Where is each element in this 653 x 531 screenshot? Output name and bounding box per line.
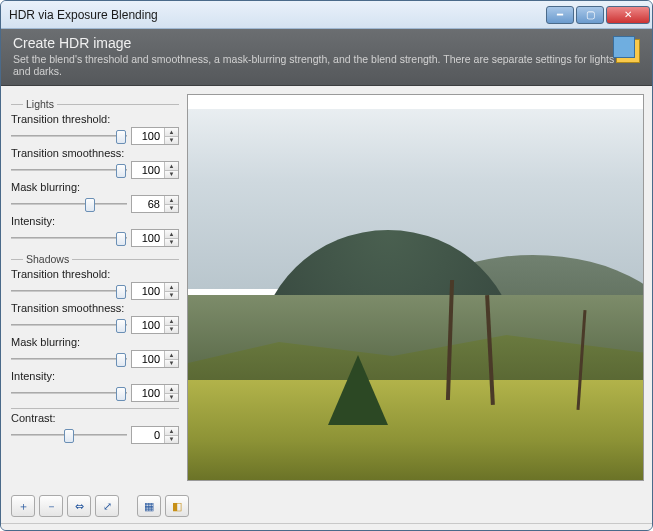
contrast: Contrast: ▲▼ [11,412,179,444]
header: Create HDR image Set the blend's thresho… [1,29,652,86]
group-shadows: Shadows [11,253,179,265]
spin-down-icon[interactable]: ▼ [165,205,178,213]
zoom-out-button[interactable]: － [39,495,63,517]
shadows-transition-threshold-input[interactable]: ▲▼ [131,282,179,300]
spin-down-icon[interactable]: ▼ [165,436,178,444]
one-to-one-icon: ⇔ [75,500,84,513]
lights-mask-blurring-slider[interactable] [11,195,127,213]
minimize-button[interactable]: ━ [546,6,574,24]
group-lights-label: Lights [26,98,54,110]
minus-icon: － [46,499,57,514]
contrast-input[interactable]: ▲▼ [131,426,179,444]
spin-down-icon[interactable]: ▼ [165,326,178,334]
slider-thumb[interactable] [116,232,126,246]
lights-intensity: Intensity: ▲▼ [11,215,179,247]
shadows-transition-threshold-slider[interactable] [11,282,127,300]
slider-thumb[interactable] [116,130,126,144]
lights-mask-blurring-input[interactable]: ▲▼ [131,195,179,213]
group-shadows-label: Shadows [26,253,69,265]
spin-down-icon[interactable]: ▼ [165,292,178,300]
spin-down-icon[interactable]: ▼ [165,239,178,247]
spin-up-icon[interactable]: ▲ [165,317,178,326]
slider-thumb[interactable] [116,319,126,333]
preview-wrap [187,86,652,489]
shadows-transition-threshold: Transition threshold: ▲▼ [11,268,179,300]
exposure-blend-icon [616,39,640,63]
shadows-intensity-slider[interactable] [11,384,127,402]
spin-up-icon[interactable]: ▲ [165,196,178,205]
shadows-transition-smoothness-slider[interactable] [11,316,127,334]
lights-transition-smoothness: Transition smoothness: ▲▼ [11,147,179,179]
group-lights: Lights [11,98,179,110]
footer: Presets: <Last used> 💾 ✖ ↺ < Previous Ne… [1,523,652,531]
lights-transition-threshold: Transition threshold: ▲▼ [11,113,179,145]
titlebar: HDR via Exposure Blending ━ ▢ ✕ [1,1,652,29]
zoom-1to1-button[interactable]: ⇔ [67,495,91,517]
controls-panel: Lights Transition threshold: ▲▼ [1,86,187,489]
lights-intensity-slider[interactable] [11,229,127,247]
shadows-mask-blurring: Mask blurring: ▲▼ [11,336,179,368]
maximize-button[interactable]: ▢ [576,6,604,24]
shadows-intensity-input[interactable]: ▲▼ [131,384,179,402]
histogram-button[interactable]: ▦ [137,495,161,517]
close-button[interactable]: ✕ [606,6,650,24]
slider-thumb[interactable] [116,387,126,401]
spin-up-icon[interactable]: ▲ [165,427,178,436]
spin-up-icon[interactable]: ▲ [165,351,178,360]
spin-up-icon[interactable]: ▲ [165,230,178,239]
slider-thumb[interactable] [85,198,95,212]
contrast-slider[interactable] [11,426,127,444]
shadows-mask-blurring-input[interactable]: ▲▼ [131,350,179,368]
lights-transition-smoothness-slider[interactable] [11,161,127,179]
lights-intensity-input[interactable]: ▲▼ [131,229,179,247]
shadows-transition-smoothness-input[interactable]: ▲▼ [131,316,179,334]
compare-button[interactable]: ◧ [165,495,189,517]
compare-icon: ◧ [172,500,182,513]
shadows-transition-smoothness: Transition smoothness: ▲▼ [11,302,179,334]
shadows-mask-blurring-slider[interactable] [11,350,127,368]
spin-down-icon[interactable]: ▼ [165,360,178,368]
lights-transition-threshold-slider[interactable] [11,127,127,145]
shadows-intensity: Intensity: ▲▼ [11,370,179,402]
preview-image[interactable] [187,94,644,481]
spin-up-icon[interactable]: ▲ [165,128,178,137]
lights-transition-threshold-input[interactable]: ▲▼ [131,127,179,145]
fit-icon: ⤢ [103,500,112,513]
zoom-toolbar: ＋ － ⇔ ⤢ ▦ ◧ [1,489,652,523]
zoom-fit-button[interactable]: ⤢ [95,495,119,517]
page-title: Create HDR image [13,35,616,51]
slider-thumb[interactable] [116,353,126,367]
plus-icon: ＋ [18,499,29,514]
histogram-icon: ▦ [144,500,154,513]
spin-down-icon[interactable]: ▼ [165,394,178,402]
divider [11,408,179,409]
slider-thumb[interactable] [116,285,126,299]
spin-down-icon[interactable]: ▼ [165,137,178,145]
window-buttons: ━ ▢ ✕ [544,6,650,24]
window-title: HDR via Exposure Blending [9,8,544,22]
app-window: HDR via Exposure Blending ━ ▢ ✕ Create H… [0,0,653,531]
spin-up-icon[interactable]: ▲ [165,162,178,171]
spin-up-icon[interactable]: ▲ [165,385,178,394]
zoom-in-button[interactable]: ＋ [11,495,35,517]
spin-up-icon[interactable]: ▲ [165,283,178,292]
body: Lights Transition threshold: ▲▼ [1,86,652,489]
spin-down-icon[interactable]: ▼ [165,171,178,179]
page-subtitle: Set the blend's threshold and smoothness… [13,53,616,77]
slider-thumb[interactable] [116,164,126,178]
slider-thumb[interactable] [64,429,74,443]
lights-transition-smoothness-input[interactable]: ▲▼ [131,161,179,179]
lights-mask-blurring: Mask blurring: ▲▼ [11,181,179,213]
